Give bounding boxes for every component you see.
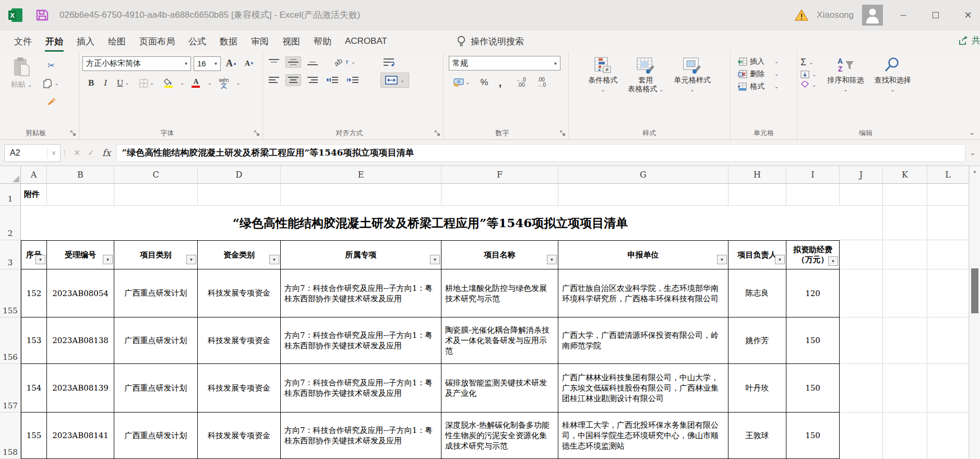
empty-cell[interactable] [840,364,883,413]
header-special[interactable]: 所属专项▼ [281,240,441,269]
cell-org[interactable]: 广西广林林业科技集团有限公司，中山大学，广东埃文低碳科技股份有限公司，广西林业集… [558,364,728,413]
cell-a1-attachment[interactable]: 附件 [21,184,47,206]
cell-no[interactable]: 152 [21,269,47,317]
cell-id[interactable]: 2023AB08139 [47,364,114,413]
increase-indent-button[interactable] [344,74,361,86]
align-left-button[interactable] [266,74,282,86]
cell-amount[interactable]: 150 [786,364,840,413]
tab-help[interactable]: 帮助 [307,32,338,51]
maximize-button[interactable] [924,5,948,26]
empty-cell[interactable] [927,364,969,413]
cell-category[interactable]: 广西重点研发计划 [114,413,198,459]
empty-cell[interactable] [114,184,198,206]
number-dialog-launcher-icon[interactable] [560,131,566,136]
cell-id[interactable]: 2023AB08138 [47,317,114,364]
bold-button[interactable]: B [86,76,97,90]
alignment-dialog-launcher-icon[interactable] [435,131,440,136]
filter-icon[interactable]: ▼ [35,255,45,264]
empty-cell[interactable] [558,184,728,206]
cell-org[interactable]: 桂林理工大学，广西北投环保水务集团有限公司，中国科学院生态环境研究中心，佛山市顺… [558,413,728,459]
cell-id[interactable]: 2023AB08054 [47,269,114,317]
align-right-button[interactable] [305,74,320,86]
empty-cell[interactable] [883,364,927,413]
empty-cell[interactable] [198,184,281,206]
empty-cell[interactable] [840,184,883,206]
cell-leader[interactable]: 叶丹玫 [728,364,786,413]
share-button[interactable]: 共享 [958,34,980,46]
name-box[interactable]: A2 ∨ [4,144,61,162]
warning-icon[interactable] [795,9,808,21]
header-no[interactable]: 序号▼ [21,240,47,269]
enter-icon[interactable]: ✓ [88,148,94,158]
decrease-decimal-button[interactable]: .00→.0 [534,75,548,90]
column-header-e[interactable]: E [281,166,441,184]
tell-me-search[interactable]: 操作说明搜索 [457,36,524,48]
tab-page-layout[interactable]: 页面布局 [133,32,182,51]
cell-special[interactable]: 方向7：科技合作研究及应用--子方向1：粤桂东西部协作关键技术研发及应用 [281,317,441,364]
increase-decimal-button[interactable]: ←←.0.0.00 [513,75,528,90]
underline-button[interactable]: U⌄ [114,76,132,90]
cell-id[interactable]: 2023AB08141 [47,413,114,459]
cell-leader[interactable]: 王敦球 [728,413,786,459]
filter-icon[interactable]: ▼ [828,256,838,266]
cell-special[interactable]: 方向7：科技合作研究及应用--子方向1：粤桂东西部协作关键技术研发及应用 [281,413,441,459]
filter-icon[interactable]: ▼ [430,255,440,264]
italic-button[interactable]: I [101,76,110,90]
cell-category[interactable]: 广西重点研发计划 [114,269,198,317]
percent-style-button[interactable]: % [477,75,491,90]
filter-icon[interactable]: ▼ [269,255,279,264]
cell-org[interactable]: 广西壮族自治区农业科学院，生态环境部华南环境科学研究所，广西格丰环保科技有限公司 [558,269,728,317]
empty-cell[interactable] [281,184,441,206]
column-header-k[interactable]: K [883,166,927,184]
name-box-chevron-icon[interactable]: ∨ [47,147,60,158]
empty-cell[interactable] [883,317,927,364]
empty-cell[interactable] [927,413,969,459]
font-name-combo[interactable]: 方正小标宋简体▾ [82,56,191,71]
formula-bar-handle[interactable]: ⁞ [64,149,65,157]
vertical-scrollbar[interactable]: ▲ [969,166,980,459]
clipboard-dialog-launcher-icon[interactable] [70,131,76,136]
avatar[interactable] [862,5,883,26]
empty-cell[interactable] [840,240,883,269]
wrap-text-button[interactable] [380,56,397,68]
fill-color-button[interactable] [161,76,175,90]
header-org[interactable]: 申报单位▼ [558,240,728,269]
empty-cell[interactable] [927,240,969,269]
tab-acrobat[interactable]: ACROBAT [338,33,394,50]
header-leader[interactable]: 项目负责人▼ [728,240,786,269]
decrease-indent-button[interactable] [324,74,341,86]
scrollbar-thumb[interactable] [971,268,978,313]
header-category[interactable]: 项目类别▼ [114,240,198,269]
row-header[interactable]: 1 [0,184,21,206]
cell-leader[interactable]: 陈志良 [728,269,786,317]
cell-category[interactable]: 广西重点研发计划 [114,317,198,364]
empty-cell[interactable] [883,240,927,269]
font-dialog-launcher-icon[interactable] [254,131,260,136]
conditional-formatting-button[interactable]: ≠ 条件格式⌄ [584,56,621,95]
empty-cell[interactable] [927,206,969,240]
number-format-combo[interactable]: 常规▾ [449,56,560,70]
cell-fund[interactable]: 科技发展专项资金 [198,317,281,364]
empty-cell[interactable] [927,317,969,364]
filter-icon[interactable]: ▼ [717,255,727,264]
align-center-button[interactable] [285,74,301,86]
expand-formula-bar-icon[interactable]: ⌄ [965,149,980,157]
cell-no[interactable]: 154 [21,364,47,413]
row-header[interactable]: 3 [0,240,21,269]
format-painter-button[interactable] [41,94,61,108]
font-size-combo[interactable]: 16▾ [194,56,221,71]
fill-button[interactable]: ⌄ [800,70,816,78]
borders-button[interactable]: ⌄ [137,77,157,90]
empty-cell[interactable] [927,269,969,317]
column-header-h[interactable]: H [728,166,786,184]
column-header-i[interactable]: I [786,166,840,184]
empty-cell[interactable] [883,206,927,240]
tab-review[interactable]: 审阅 [244,32,276,51]
cell-amount[interactable]: 150 [786,317,840,364]
empty-cell[interactable] [840,206,883,240]
comma-style-button[interactable]: , [496,78,505,87]
user-name[interactable]: Xiaosong [817,10,854,20]
filter-icon[interactable]: ▼ [186,255,196,264]
empty-cell[interactable] [840,269,883,317]
column-header-a[interactable]: A [21,166,47,184]
